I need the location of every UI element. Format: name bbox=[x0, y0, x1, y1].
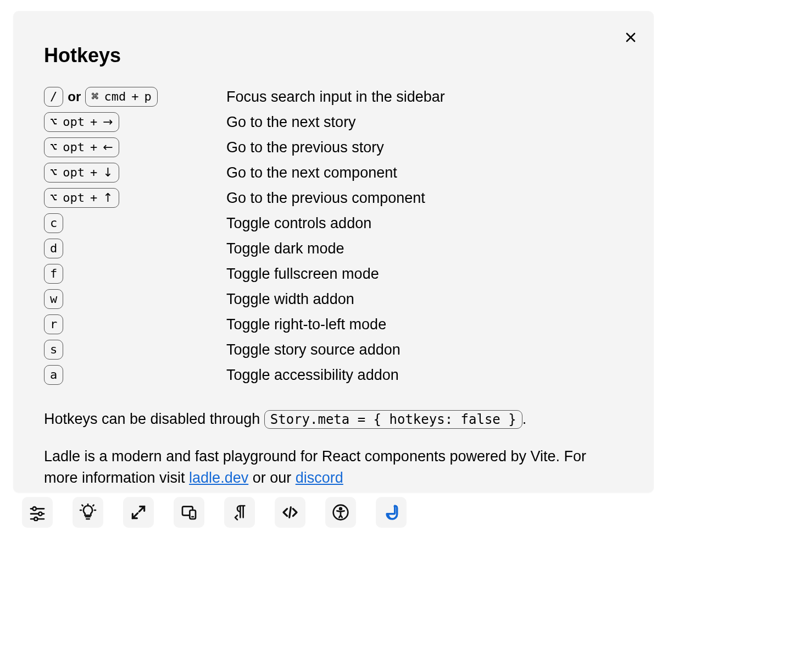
hotkey-keys: r bbox=[44, 314, 226, 335]
hotkey-keys: ⌥opt+→ bbox=[44, 112, 226, 132]
rtl-addon-button[interactable] bbox=[224, 497, 255, 528]
hotkey-keys: ⌥opt+↑ bbox=[44, 188, 226, 208]
svg-point-7 bbox=[34, 517, 37, 521]
hotkey-row: aToggle accessibility addon bbox=[44, 364, 623, 386]
discord-link[interactable]: discord bbox=[296, 469, 343, 486]
about-text: Ladle is a modern and fast playground fo… bbox=[44, 446, 623, 489]
kbd-key: / bbox=[44, 87, 63, 107]
width-addon-button[interactable] bbox=[174, 497, 204, 528]
hotkey-description: Go to the next story bbox=[226, 112, 356, 132]
hotkey-description: Focus search input in the sidebar bbox=[226, 87, 445, 107]
lightbulb-icon bbox=[79, 504, 97, 521]
hotkey-row: ⌥opt+←Go to the previous story bbox=[44, 136, 623, 158]
svg-line-19 bbox=[290, 507, 291, 518]
hotkey-keys: d bbox=[44, 239, 226, 259]
disable-note-prefix: Hotkeys can be disabled through bbox=[44, 411, 264, 427]
svg-line-11 bbox=[82, 505, 82, 506]
kbd-key: w bbox=[44, 289, 63, 310]
hotkey-keys: c bbox=[44, 213, 226, 234]
hotkey-row: ⌥opt+↑Go to the previous component bbox=[44, 187, 623, 209]
hotkey-row: /or⌘cmd+pFocus search input in the sideb… bbox=[44, 86, 623, 108]
svg-point-5 bbox=[38, 512, 42, 515]
hotkey-description: Go to the next component bbox=[226, 163, 397, 183]
kbd-key: c bbox=[44, 213, 63, 234]
ladle-icon bbox=[382, 504, 400, 521]
hotkey-keys: /or⌘cmd+p bbox=[44, 87, 226, 107]
kbd-key: ⌥opt+← bbox=[44, 137, 119, 158]
fullscreen-addon-button[interactable] bbox=[123, 497, 154, 528]
svg-line-12 bbox=[93, 505, 93, 506]
disable-note-code: Story.meta = { hotkeys: false } bbox=[264, 410, 522, 429]
hotkey-row: ⌥opt+↓Go to the next component bbox=[44, 162, 623, 184]
hotkey-row: cToggle controls addon bbox=[44, 212, 623, 234]
hotkey-keys: a bbox=[44, 365, 226, 385]
hotkey-description: Toggle dark mode bbox=[226, 239, 344, 258]
addon-bar bbox=[22, 497, 407, 528]
hotkey-description: Toggle fullscreen mode bbox=[226, 264, 379, 284]
hotkey-description: Toggle accessibility addon bbox=[226, 365, 399, 385]
theme-addon-button[interactable] bbox=[73, 497, 103, 528]
close-icon bbox=[624, 30, 637, 45]
svg-point-21 bbox=[340, 507, 342, 510]
hotkeys-modal: Hotkeys /or⌘cmd+pFocus search input in t… bbox=[13, 11, 654, 493]
hotkey-row: dToggle dark mode bbox=[44, 237, 623, 259]
a11y-addon-button[interactable] bbox=[325, 497, 356, 528]
pilcrow-icon bbox=[231, 504, 248, 521]
hotkey-description: Toggle story source addon bbox=[226, 340, 401, 360]
kbd-key: ⌥opt+→ bbox=[44, 112, 119, 132]
expand-icon bbox=[130, 504, 147, 521]
disable-note-suffix: . bbox=[522, 411, 527, 427]
hotkey-row: rToggle right-to-left mode bbox=[44, 313, 623, 335]
kbd-key: ⌥opt+↓ bbox=[44, 163, 119, 183]
hotkey-description: Go to the previous component bbox=[226, 188, 425, 208]
hotkey-keys: s bbox=[44, 340, 226, 360]
devices-icon bbox=[180, 504, 198, 521]
source-addon-button[interactable] bbox=[275, 497, 305, 528]
hotkey-rows: /or⌘cmd+pFocus search input in the sideb… bbox=[44, 86, 623, 386]
about-mid: or our bbox=[248, 469, 296, 486]
hotkey-keys: ⌥opt+↓ bbox=[44, 163, 226, 183]
svg-point-3 bbox=[32, 507, 36, 510]
kbd-key: d bbox=[44, 239, 63, 259]
svg-rect-16 bbox=[190, 510, 196, 519]
kbd-key: f bbox=[44, 264, 63, 284]
code-icon bbox=[281, 504, 299, 521]
hotkey-row: sToggle story source addon bbox=[44, 339, 623, 361]
kbd-key: a bbox=[44, 365, 63, 385]
modal-title: Hotkeys bbox=[44, 44, 623, 67]
close-button[interactable] bbox=[621, 27, 641, 47]
hotkey-description: Toggle width addon bbox=[226, 289, 354, 309]
hotkey-description: Toggle controls addon bbox=[226, 213, 371, 233]
hotkey-keys: f bbox=[44, 264, 226, 284]
hotkey-row: fToggle fullscreen mode bbox=[44, 263, 623, 285]
hotkey-description: Go to the previous story bbox=[226, 137, 384, 157]
kbd-key: s bbox=[44, 340, 63, 360]
hotkey-row: ⌥opt+→Go to the next story bbox=[44, 111, 623, 133]
ladle-dev-link[interactable]: ladle.dev bbox=[189, 469, 248, 486]
sliders-icon bbox=[29, 504, 46, 521]
hotkey-keys: w bbox=[44, 289, 226, 310]
accessibility-icon bbox=[332, 504, 349, 521]
kbd-key: ⌘cmd+p bbox=[85, 87, 158, 107]
kbd-key: r bbox=[44, 314, 63, 335]
controls-addon-button[interactable] bbox=[22, 497, 53, 528]
hotkey-row: wToggle width addon bbox=[44, 288, 623, 310]
disable-note: Hotkeys can be disabled through Story.me… bbox=[44, 408, 623, 430]
hotkey-description: Toggle right-to-left mode bbox=[226, 314, 386, 334]
ladle-addon-button[interactable] bbox=[376, 497, 407, 528]
or-separator: or bbox=[68, 89, 81, 104]
kbd-key: ⌥opt+↑ bbox=[44, 188, 119, 208]
hotkey-keys: ⌥opt+← bbox=[44, 137, 226, 158]
